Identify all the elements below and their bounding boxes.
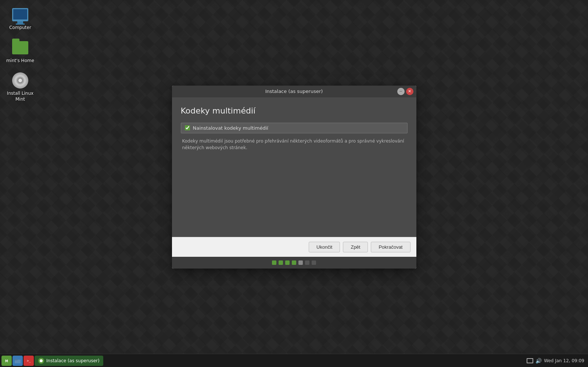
active-window-button[interactable]: Instalace (as superuser) [35, 356, 103, 366]
terminal-button[interactable]: >_ [24, 356, 34, 366]
step-dot-7 [312, 260, 316, 265]
quit-button[interactable]: Ukončit [309, 242, 340, 252]
dialog-footer: Ukončit Zpět Pokračovat [172, 237, 416, 257]
dialog-title: Instalace (as superuser) [265, 89, 323, 94]
minimize-icon: − [399, 89, 402, 94]
clock-label: Wed Jan 12, 09:09 [544, 358, 584, 363]
speaker-icon: 🔊 [535, 358, 542, 364]
active-window-label: Instalace (as superuser) [46, 358, 100, 363]
install-codecs-label[interactable]: Nainstalovat kodeky multimédií [193, 125, 268, 131]
desktop: Computer mint's Home Install Linux Mint … [0, 0, 588, 367]
step-dot-6 [305, 260, 309, 265]
step-dot-3 [285, 260, 290, 265]
svg-text:M: M [5, 360, 8, 363]
install-codecs-checkbox[interactable] [185, 125, 190, 130]
files-button[interactable] [12, 356, 23, 366]
step-dot-4 [292, 260, 296, 265]
volume-tray-icon[interactable]: 🔊 [535, 358, 542, 364]
continue-button[interactable]: Pokračovat [371, 242, 410, 252]
terminal-icon: >_ [26, 358, 32, 363]
close-icon: ✕ [408, 89, 411, 94]
step-dot-5 [298, 260, 303, 265]
dialog-heading: Kodeky multimédií [181, 106, 408, 115]
install-codecs-row[interactable]: Nainstalovat kodeky multimédií [181, 123, 408, 133]
dialog-controls: − ✕ [397, 88, 413, 95]
dialog-overlay: Instalace (as superuser) − ✕ Kodeky mult… [0, 0, 588, 354]
screen-tray-icon[interactable] [527, 358, 533, 363]
codecs-description: Kodeky multimédií jsou potřebné pro přeh… [181, 138, 408, 151]
minimize-button[interactable]: − [397, 88, 405, 95]
files-icon [15, 358, 21, 363]
step-dot-2 [279, 260, 283, 265]
window-icon [38, 358, 44, 364]
mint-logo-icon: M [4, 358, 10, 364]
back-button[interactable]: Zpět [343, 242, 368, 252]
svg-text:>_: >_ [27, 359, 31, 363]
step-dot-1 [272, 260, 276, 265]
svg-rect-3 [15, 359, 18, 360]
installer-icon [39, 359, 43, 363]
taskbar-right: 🔊 Wed Jan 12, 09:09 [523, 358, 588, 364]
taskbar-left: M >_ [0, 356, 105, 366]
display-icon [527, 358, 533, 363]
installer-dialog: Instalace (as superuser) − ✕ Kodeky mult… [172, 86, 416, 269]
dialog-titlebar: Instalace (as superuser) − ✕ [172, 86, 416, 97]
step-indicators [172, 257, 416, 269]
dialog-body: Kodeky multimédií Nainstalovat kodeky mu… [172, 97, 416, 237]
svg-point-6 [40, 359, 43, 362]
mint-menu-button[interactable]: M [1, 356, 12, 366]
taskbar: M >_ [0, 354, 588, 367]
close-button[interactable]: ✕ [406, 88, 413, 95]
